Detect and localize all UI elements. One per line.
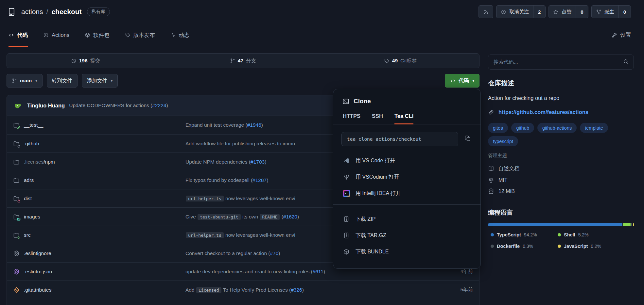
tab-settings[interactable]: 设置 xyxy=(612,24,631,47)
clone-tab-Tea CLI[interactable]: Tea CLI xyxy=(394,113,413,124)
issue-link[interactable]: #1946 xyxy=(247,122,261,128)
rss-icon xyxy=(479,9,493,15)
clone-dropdown: Clone HTTPSSSHTea CLI 用 VS Code 打开用 VSCo… xyxy=(333,89,481,269)
search-input[interactable] xyxy=(488,55,618,69)
tab-软件包[interactable]: 软件包 xyxy=(85,24,110,47)
table-row xyxy=(7,299,479,305)
topic-gitea[interactable]: gitea xyxy=(488,123,508,133)
stat-分支[interactable]: 47分支 xyxy=(164,57,322,64)
settings-label: 设置 xyxy=(620,32,631,39)
repo-name-link[interactable]: checkout xyxy=(51,8,81,16)
commit-author[interactable]: Tingluo Huang xyxy=(27,103,65,109)
issue-link[interactable]: #611 xyxy=(313,269,323,274)
meta-自述文档[interactable]: 自述文档 xyxy=(488,165,634,172)
language-bar-segment[interactable] xyxy=(623,223,631,226)
breadcrumb-separator: / xyxy=(46,8,48,16)
file-link[interactable]: .licenses/npm xyxy=(13,159,185,165)
language-bar-segment[interactable] xyxy=(633,223,634,226)
link-icon xyxy=(488,109,494,115)
issue-link[interactable]: #1703 xyxy=(251,159,265,165)
branch-selector[interactable]: main ▾ xyxy=(7,74,43,88)
download-list: 下载 ZIP下载 TAR.GZ下载 BUNDLE xyxy=(333,211,480,260)
file-link[interactable]: dist xyxy=(13,195,185,202)
issue-link[interactable]: #1287 xyxy=(252,177,267,183)
language-TypeScript[interactable]: TypeScript94.2% xyxy=(491,232,558,237)
file-link[interactable]: __test__ xyxy=(13,122,185,128)
issue-link[interactable]: #1620 xyxy=(283,214,297,219)
menu-item[interactable]: IJ用 Intellij IDEA 打开 xyxy=(333,185,480,201)
rss-button[interactable] xyxy=(479,5,493,18)
tab-动态[interactable]: 动态 xyxy=(170,24,190,47)
star-button[interactable]: 点赞0 xyxy=(548,5,588,18)
tag-icon xyxy=(125,32,131,38)
language-Dockerfile[interactable]: Dockerfile0.3% xyxy=(491,244,558,249)
watch-button[interactable]: 取消关注2 xyxy=(496,5,546,18)
topic-template[interactable]: template xyxy=(580,123,608,133)
file-link[interactable]: images xyxy=(13,214,185,220)
branch-icon xyxy=(12,78,17,83)
tab-代码[interactable]: 代码 xyxy=(9,24,28,47)
clone-command-input[interactable] xyxy=(341,132,458,146)
wrench-icon xyxy=(612,32,617,38)
issue-link[interactable]: #326 xyxy=(291,287,302,293)
stat-Git标签[interactable]: 49Git标签 xyxy=(322,57,479,64)
meta-MIT[interactable]: MIT xyxy=(488,177,634,183)
repo-owner-link[interactable]: actions xyxy=(21,8,43,16)
code-icon xyxy=(9,32,14,38)
language-dot xyxy=(558,245,561,248)
repo-page: actions / checkout 私有库 取消关注2点赞0派生0 代码Act… xyxy=(0,0,644,305)
menu-item[interactable]: 用 VSCodium 打开 xyxy=(333,169,480,185)
commit-message[interactable]: Update CODEOWNERS for actions (#2224) xyxy=(69,103,168,108)
add-file-button[interactable]: 添加文件 ▾ xyxy=(82,74,118,88)
goto-file-button[interactable]: 转到文件 xyxy=(47,74,78,88)
menu-item[interactable]: 下载 ZIP xyxy=(333,211,480,227)
repo-meta-list: 自述文档MIT12 MiB xyxy=(488,165,634,194)
fork-count[interactable]: 0 xyxy=(618,6,631,18)
clone-tab-HTTPS[interactable]: HTTPS xyxy=(343,113,360,124)
fork-button[interactable]: 派生0 xyxy=(591,5,631,18)
avatar[interactable] xyxy=(13,101,23,110)
topic-typescript[interactable]: typescript xyxy=(488,136,518,146)
tab-版本发布[interactable]: 版本发布 xyxy=(125,24,155,47)
file-link[interactable]: adrs xyxy=(13,177,185,184)
meta-12 MiB[interactable]: 12 MiB xyxy=(488,188,634,194)
tab-Actions[interactable]: Actions xyxy=(43,24,69,47)
tag-icon xyxy=(384,58,390,64)
language-JavaScript[interactable]: JavaScript0.2% xyxy=(558,244,634,249)
star-count[interactable]: 0 xyxy=(576,6,588,18)
topic-github[interactable]: github xyxy=(511,123,534,133)
commit-message[interactable]: Add Licensed To Help Verify Prod License… xyxy=(185,287,437,293)
menu-item[interactable]: 用 VS Code 打开 xyxy=(333,152,480,169)
manage-topics-link[interactable]: 管理主题 xyxy=(488,152,634,159)
search-button[interactable] xyxy=(618,55,634,69)
folder-test-icon xyxy=(13,122,20,128)
website-link[interactable]: https://github.com/features/actions xyxy=(498,109,588,115)
watch-count[interactable]: 2 xyxy=(533,6,545,18)
file-link[interactable]: .github xyxy=(13,140,185,147)
repo-description: Action for checking out a repo xyxy=(488,95,634,101)
stat-提交[interactable]: 196提交 xyxy=(7,57,164,64)
issue-link[interactable]: #2224 xyxy=(152,103,166,108)
file-link[interactable]: .eslintignore xyxy=(13,250,185,257)
language-Shell[interactable]: Shell5.2% xyxy=(558,232,634,237)
menu-item[interactable]: 下载 TAR.GZ xyxy=(333,227,480,244)
language-bar-segment[interactable] xyxy=(488,223,622,226)
file-link[interactable]: .eslintrc.json xyxy=(13,268,185,275)
vscode-icon xyxy=(343,157,350,164)
license-icon xyxy=(488,177,494,183)
language-bar[interactable] xyxy=(488,223,634,226)
eye-icon xyxy=(496,9,506,15)
commit-time: 4年前 xyxy=(437,268,473,275)
clone-tab-SSH[interactable]: SSH xyxy=(372,113,383,124)
commit-message[interactable]: update dev dependencies and react to new… xyxy=(185,269,437,275)
chevron-down-icon: ▾ xyxy=(472,79,474,83)
topic-github-actions[interactable]: github-actions xyxy=(537,123,577,133)
issue-link[interactable]: #70 xyxy=(270,250,278,256)
code-button[interactable]: 代码 ▾ xyxy=(445,74,479,88)
language-bar-segment[interactable] xyxy=(631,223,632,226)
menu-item[interactable]: 下载 BUNDLE xyxy=(333,244,480,260)
file-link[interactable]: .gitattributes xyxy=(13,287,185,293)
copy-button[interactable] xyxy=(463,134,472,144)
file-link[interactable]: src xyxy=(13,232,185,238)
bundle-icon xyxy=(343,249,350,255)
